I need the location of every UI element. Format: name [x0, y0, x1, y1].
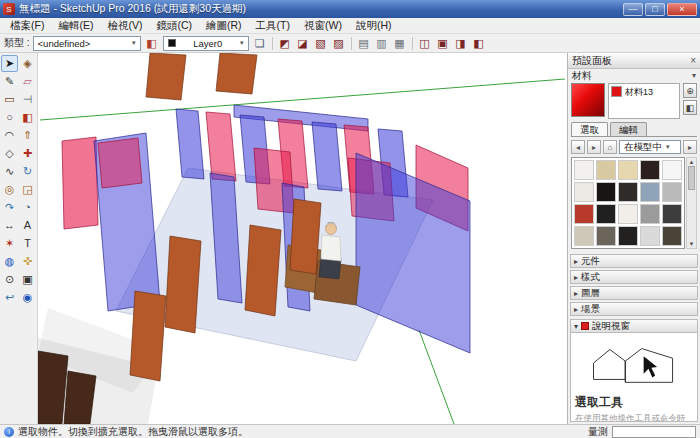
swatch-scrollbar[interactable]: ▲ ▼	[686, 157, 697, 249]
make-component-tool[interactable]: ◈	[19, 55, 36, 72]
speaker[interactable]	[146, 53, 186, 100]
materials-section-header[interactable]: 材料 ▾	[568, 69, 700, 82]
protractor-tool[interactable]: ◔	[19, 199, 36, 216]
material-swatch-16[interactable]	[574, 226, 594, 246]
offset-tool[interactable]: ◎	[1, 181, 18, 198]
material-swatch-3[interactable]	[618, 160, 638, 180]
panel-section-樣式[interactable]: ▸樣式	[570, 270, 698, 284]
speaker[interactable]	[165, 236, 201, 333]
3d-text-tool[interactable]: T	[19, 235, 36, 252]
material-swatch-19[interactable]	[640, 226, 660, 246]
sandbox-icon-1[interactable]: ◩	[277, 35, 293, 51]
sandbox-icon-4[interactable]: ▨	[331, 35, 347, 51]
back-icon[interactable]: ◂	[571, 140, 585, 154]
geolocation-icon[interactable]: i	[4, 427, 14, 437]
menu-item-檔案(F)[interactable]: 檔案(F)	[3, 19, 51, 33]
previous-view-tool[interactable]: ↩	[1, 289, 18, 306]
material-swatch-13[interactable]	[618, 204, 638, 224]
material-swatch-1[interactable]	[574, 160, 594, 180]
material-preview[interactable]	[571, 83, 605, 117]
material-swatch-7[interactable]	[596, 182, 616, 202]
rotate-tool[interactable]: ↻	[19, 163, 36, 180]
menu-item-編輯(E)[interactable]: 編輯(E)	[51, 19, 100, 33]
wall-panel[interactable]	[312, 122, 342, 191]
menu-item-檢視(V)[interactable]: 檢視(V)	[100, 19, 149, 33]
orbit-tool[interactable]: ◍	[1, 253, 18, 270]
panel-section-元件[interactable]: ▸元件	[570, 254, 698, 268]
move-tool[interactable]: ✚	[19, 145, 36, 162]
menu-item-工具(T)[interactable]: 工具(T)	[249, 19, 297, 33]
panel-section-圖層[interactable]: ▸圖層	[570, 286, 698, 300]
text-tool[interactable]: A	[19, 217, 36, 234]
tab-select[interactable]: 選取	[571, 122, 608, 136]
dimension-tool[interactable]: ↔	[1, 217, 18, 234]
close-icon[interactable]: ×	[690, 55, 696, 66]
material-swatch-2[interactable]	[596, 160, 616, 180]
sandbox-icon-2[interactable]: ◪	[295, 35, 311, 51]
material-swatch-17[interactable]	[596, 226, 616, 246]
collection-dropdown[interactable]: 在模型中 ▾	[619, 140, 681, 154]
material-swatch-10[interactable]	[662, 182, 682, 202]
tab-edit[interactable]: 編輯	[610, 122, 647, 136]
polygon-tool[interactable]: ◇	[1, 145, 18, 162]
panel-section-場景[interactable]: ▸場景	[570, 302, 698, 316]
menu-item-鏡頭(C)[interactable]: 鏡頭(C)	[149, 19, 199, 33]
home-icon[interactable]: ⌂	[603, 140, 617, 154]
paint-bucket-tool[interactable]: ◧	[19, 109, 36, 126]
line-tool[interactable]: ✎	[1, 73, 18, 90]
sandbox-icon-3[interactable]: ▧	[313, 35, 329, 51]
create-material-button[interactable]: ⊕	[683, 83, 697, 98]
eraser-tool[interactable]: ▱	[19, 73, 36, 90]
instructor-header[interactable]: ▾ 說明視窗	[570, 319, 698, 333]
look-around-tool[interactable]: ◉	[19, 289, 36, 306]
camera-icon-2[interactable]: ▥	[374, 35, 390, 51]
material-swatch-20[interactable]	[662, 226, 682, 246]
warehouse-icon-1[interactable]: ◫	[417, 35, 433, 51]
minimize-button[interactable]: —	[623, 3, 643, 16]
speaker[interactable]	[64, 371, 96, 424]
maximize-button[interactable]: □	[645, 3, 665, 16]
speaker[interactable]	[130, 291, 166, 381]
follow-me-tool[interactable]: ↷	[1, 199, 18, 216]
tape-measure-tool[interactable]: ⊣	[19, 91, 36, 108]
material-swatch-18[interactable]	[618, 226, 638, 246]
push-pull-tool[interactable]: ⇑	[19, 127, 36, 144]
speaker[interactable]	[290, 199, 321, 274]
axes-tool[interactable]: ✶	[1, 235, 18, 252]
select-tool[interactable]: ➤	[1, 55, 18, 72]
warehouse-icon-3[interactable]: ◨	[453, 35, 469, 51]
viewport[interactable]	[38, 53, 567, 424]
default-material-button[interactable]: ◧	[683, 100, 697, 115]
material-swatch-11[interactable]	[574, 204, 594, 224]
tray-header[interactable]: 預設面板 ×	[568, 53, 700, 69]
material-swatch-12[interactable]	[596, 204, 616, 224]
arc-tool[interactable]: ◠	[1, 127, 18, 144]
pan-tool[interactable]: ✜	[19, 253, 36, 270]
warehouse-icon-2[interactable]: ▣	[435, 35, 451, 51]
layers-panel-icon[interactable]: ❏	[252, 35, 268, 51]
material-swatch-15[interactable]	[662, 204, 682, 224]
warehouse-icon-4[interactable]: ◧	[471, 35, 487, 51]
forward-icon[interactable]: ▸	[587, 140, 601, 154]
zoom-tool[interactable]: ⊙	[1, 271, 18, 288]
scroll-down-icon[interactable]: ▼	[689, 241, 695, 247]
material-swatch-9[interactable]	[640, 182, 660, 202]
menu-item-繪圖(R)[interactable]: 繪圖(R)	[199, 19, 249, 33]
speaker[interactable]	[245, 225, 281, 316]
freehand-tool[interactable]: ∿	[1, 163, 18, 180]
details-menu-icon[interactable]: ▸	[683, 140, 697, 154]
material-swatch-4[interactable]	[640, 160, 660, 180]
camera-icon-1[interactable]: ▤	[356, 35, 372, 51]
menu-item-說明(H)[interactable]: 說明(H)	[349, 19, 399, 33]
zoom-extents-tool[interactable]: ▣	[19, 271, 36, 288]
circle-tool[interactable]: ○	[1, 109, 18, 126]
layer-dropdown[interactable]: Layer0 ▾	[163, 36, 249, 51]
measurements-input[interactable]	[612, 426, 696, 438]
material-swatch-5[interactable]	[662, 160, 682, 180]
speaker[interactable]	[216, 53, 257, 94]
type-dropdown[interactable]: <undefined> ▾	[33, 36, 141, 51]
material-swatch-14[interactable]	[640, 204, 660, 224]
camera-icon-3[interactable]: ▦	[392, 35, 408, 51]
close-button[interactable]: ×	[667, 3, 697, 16]
rectangle-tool[interactable]: ▭	[1, 91, 18, 108]
